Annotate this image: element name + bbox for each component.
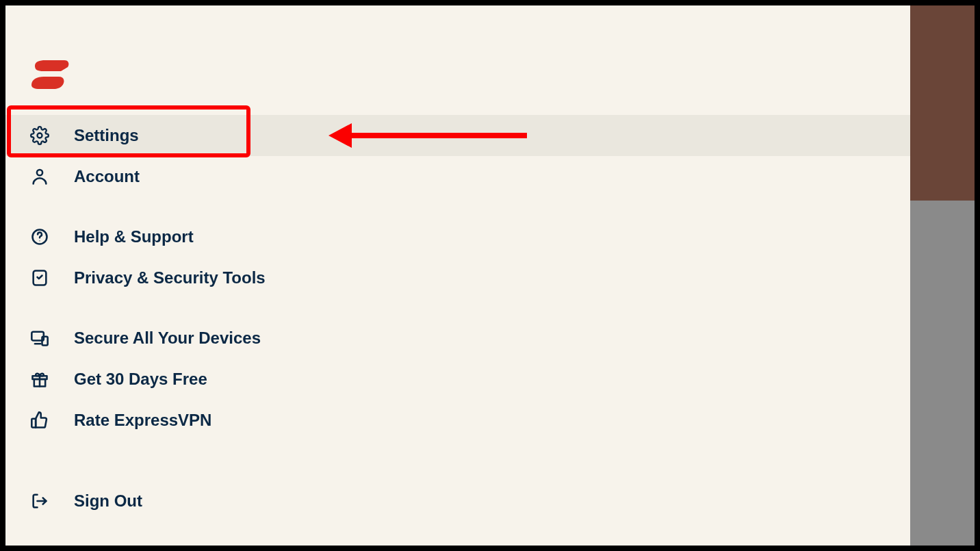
menu-item-get-days-free[interactable]: Get 30 Days Free <box>5 359 910 400</box>
menu-item-label: Privacy & Security Tools <box>74 268 266 287</box>
svg-point-3 <box>39 240 40 241</box>
menu-group-2: Help & Support Privacy & Security Tools <box>5 216 910 298</box>
expressvpn-logo <box>30 59 71 94</box>
menu-item-settings[interactable]: Settings <box>5 115 910 156</box>
menu-item-privacy-tools[interactable]: Privacy & Security Tools <box>5 257 910 298</box>
menu-item-secure-devices[interactable]: Secure All Your Devices <box>5 318 910 359</box>
shield-check-icon <box>30 268 49 287</box>
inner-frame: Settings Account <box>5 5 975 546</box>
menu-item-help-support[interactable]: Help & Support <box>5 216 910 257</box>
menu-group-3: Secure All Your Devices <box>5 318 910 441</box>
svg-rect-9 <box>31 419 36 428</box>
devices-icon <box>30 329 49 348</box>
user-icon <box>30 167 49 186</box>
menu-item-label: Account <box>74 167 140 186</box>
screenshot-frame: Settings Account <box>0 0 980 551</box>
menu-item-label: Secure All Your Devices <box>74 329 261 348</box>
help-circle-icon <box>30 227 49 246</box>
drawer-menu: Settings Account <box>5 115 910 460</box>
menu-item-label: Get 30 Days Free <box>74 370 207 389</box>
thumbs-up-icon <box>30 411 49 430</box>
menu-item-account[interactable]: Account <box>5 156 910 197</box>
svg-point-0 <box>38 133 42 138</box>
side-drawer-panel: Settings Account <box>5 5 910 546</box>
menu-item-label: Settings <box>74 126 139 145</box>
svg-point-1 <box>37 170 42 175</box>
svg-rect-6 <box>42 337 48 346</box>
sign-out-icon <box>30 491 49 511</box>
gift-icon <box>30 370 49 389</box>
menu-group-1: Settings Account <box>5 115 910 197</box>
menu-item-sign-out[interactable]: Sign Out <box>5 480 910 522</box>
menu-item-label: Rate ExpressVPN <box>74 411 211 430</box>
menu-item-label: Help & Support <box>74 227 194 246</box>
menu-group-signout: Sign Out <box>5 480 910 522</box>
menu-item-rate[interactable]: Rate ExpressVPN <box>5 400 910 441</box>
gear-icon <box>30 126 49 145</box>
menu-item-label: Sign Out <box>74 491 142 511</box>
